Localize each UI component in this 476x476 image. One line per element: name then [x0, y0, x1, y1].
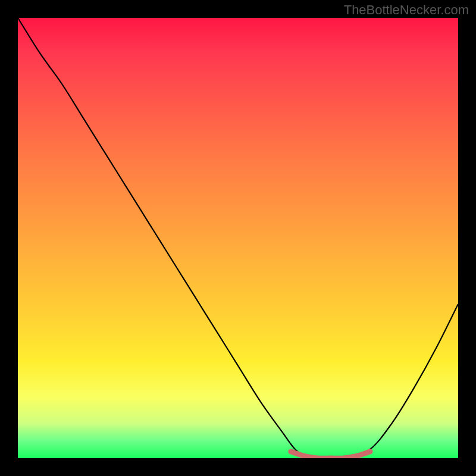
- frame-left: [0, 0, 18, 476]
- plot-area: [18, 18, 458, 458]
- frame-bottom: [0, 458, 476, 476]
- frame-right: [458, 0, 476, 476]
- optimal-range-path: [291, 452, 370, 458]
- watermark-text: TheBottleNecker.com: [344, 2, 469, 18]
- bottleneck-curve-path: [18, 18, 458, 458]
- chart-svg: [18, 18, 458, 458]
